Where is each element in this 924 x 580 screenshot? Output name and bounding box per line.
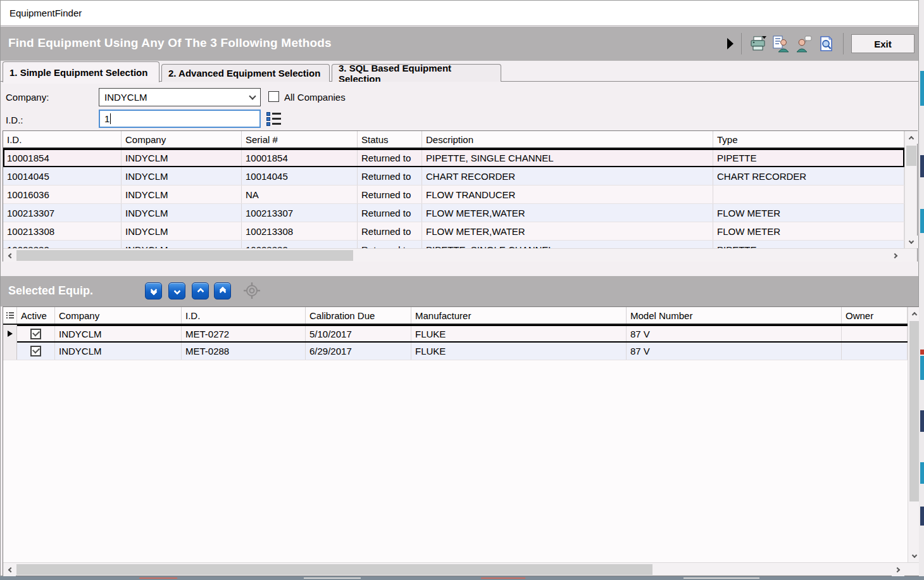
scroll-thumb[interactable]: [16, 564, 652, 575]
id-input[interactable]: 1: [99, 110, 261, 128]
move-all-down-button[interactable]: [145, 282, 162, 299]
cell: FLOW TRANDUCER: [422, 186, 713, 203]
equipment-results-grid: I.D.CompanySerial #StatusDescriptionType…: [3, 130, 918, 262]
cell: NA: [242, 186, 358, 203]
table-row[interactable]: 100213308INDYCLM100213308Returned toFLOW…: [3, 222, 904, 241]
current-row-arrow-icon: [8, 331, 13, 337]
company-select[interactable]: INDYCLM: [99, 88, 261, 106]
chevron-down-icon: [249, 92, 256, 99]
id-label: I.D.:: [6, 115, 23, 125]
grid-properties-icon: [6, 312, 14, 319]
column-header[interactable]: Company: [122, 131, 242, 148]
cell: FLOW METER: [713, 222, 904, 240]
active-checkbox[interactable]: [30, 346, 41, 356]
print-button[interactable]: [749, 34, 768, 54]
cell: INDYCLM: [122, 149, 242, 167]
selected-grid-rows: INDYCLMMET-02725/10/2017FLUKE87 VINDYCLM…: [3, 325, 908, 564]
cell: PIPETTE: [713, 149, 904, 167]
cell: Returned to: [358, 241, 422, 248]
selected-equip-title: Selected Equip.: [8, 284, 93, 298]
table-row[interactable]: 10016036INDYCLMNAReturned toFLOW TRANDUC…: [3, 186, 904, 204]
cell: 10028883: [3, 241, 122, 248]
column-header[interactable]: Description: [422, 131, 713, 148]
cell: Returned to: [358, 149, 422, 167]
table-row[interactable]: 10028883INDYCLM10028883Returned toPIPETT…: [3, 241, 904, 248]
scroll-thumb[interactable]: [16, 250, 353, 261]
column-header[interactable]: Type: [713, 131, 904, 148]
scroll-right-button[interactable]: [889, 249, 902, 262]
column-header[interactable]: Owner: [842, 307, 908, 324]
column-header[interactable]: Status: [358, 131, 422, 148]
exit-button[interactable]: Exit: [851, 34, 915, 53]
move-all-up-button[interactable]: [214, 282, 231, 299]
cell: 87 V: [627, 343, 842, 360]
table-row[interactable]: INDYCLMMET-02725/10/2017FLUKE87 V: [3, 325, 908, 343]
toolbar-separator: [741, 33, 742, 54]
cell: INDYCLM: [122, 204, 242, 222]
id-list-icon[interactable]: [266, 112, 282, 126]
company-select-value: INDYCLM: [104, 92, 250, 103]
cell: PIPETTE, SINGLE CHANNEL: [422, 241, 713, 248]
toolbar: Exit: [725, 31, 915, 56]
cell: FLOW METER,WATER: [422, 204, 713, 222]
cell: Returned to: [358, 186, 422, 203]
selected-vertical-scrollbar[interactable]: [908, 307, 920, 562]
cell: 10001854: [3, 149, 122, 167]
table-row[interactable]: 10014045INDYCLM10014045Returned toCHART …: [3, 167, 904, 186]
locate-target-icon[interactable]: [243, 282, 261, 299]
cell: [713, 186, 904, 203]
page-title: Find Equipment Using Any Of The 3 Follow…: [8, 36, 332, 50]
all-companies-checkbox[interactable]: [268, 91, 279, 102]
tab-simple-equipment-selection[interactable]: 1. Simple Equipment Selection: [3, 61, 159, 82]
cell: 5/10/2017: [306, 325, 411, 343]
play-icon[interactable]: [727, 38, 734, 49]
table-row[interactable]: 10001854INDYCLM10001854Returned toPIPETT…: [3, 149, 904, 167]
cell: INDYCLM: [122, 222, 242, 240]
scroll-up-button[interactable]: [905, 131, 918, 144]
scroll-thumb[interactable]: [909, 321, 920, 501]
column-header[interactable]: Calibration Due: [306, 307, 411, 324]
table-row[interactable]: INDYCLMMET-02886/29/2017FLUKE87 V: [3, 343, 908, 360]
selected-horizontal-scrollbar[interactable]: [3, 562, 919, 576]
column-header[interactable]: Active: [17, 307, 55, 324]
cell: PIPETTE, SINGLE CHANNEL: [422, 149, 713, 167]
move-down-button[interactable]: [168, 282, 185, 299]
equipment-report-button[interactable]: [771, 34, 790, 54]
scroll-right-button[interactable]: [892, 563, 904, 576]
column-header[interactable]: Manufacturer: [411, 307, 627, 324]
background-window-bottom-edge: [0, 576, 924, 580]
active-checkbox[interactable]: [30, 329, 41, 339]
cell-active: [17, 325, 55, 343]
column-header[interactable]: Serial #: [242, 131, 358, 148]
tab-strip: 1. Simple Equipment Selection 2. Advance…: [1, 61, 918, 82]
column-header[interactable]: Model Number: [627, 307, 842, 324]
cell: 10014045: [3, 167, 122, 185]
scroll-down-button[interactable]: [905, 236, 918, 248]
cell: FLOW METER: [713, 204, 904, 222]
search-form: Company: INDYCLM All Companies I.D.: 1: [1, 82, 918, 130]
cell: 100213307: [242, 204, 358, 222]
column-header[interactable]: I.D.: [3, 131, 122, 148]
preview-document-button[interactable]: [817, 34, 836, 54]
cell-active: [17, 343, 55, 360]
cell: 10028883: [242, 241, 358, 248]
column-header[interactable]: Company: [55, 307, 182, 324]
scroll-thumb[interactable]: [906, 146, 916, 166]
selected-equipment-grid: ActiveCompanyI.D.Calibration DueManufact…: [3, 306, 920, 576]
results-vertical-scrollbar[interactable]: [904, 131, 917, 248]
cell: INDYCLM: [55, 325, 182, 343]
table-row[interactable]: 100213307INDYCLM100213307Returned toFLOW…: [3, 204, 904, 222]
title-bar: EquipmentFinder: [1, 1, 918, 26]
scroll-left-button[interactable]: [3, 563, 16, 576]
column-header[interactable]: I.D.: [182, 307, 306, 324]
cell: 10001854: [242, 149, 358, 167]
results-horizontal-scrollbar[interactable]: [3, 248, 917, 262]
user-note-button[interactable]: [794, 34, 813, 54]
cell: FLUKE: [411, 343, 627, 360]
tab-sql-equipment-selection[interactable]: 3. SQL Based Equipment Selection: [332, 64, 501, 82]
row-indicator: [3, 325, 17, 343]
scroll-left-button[interactable]: [3, 249, 16, 262]
person-note-icon: [795, 35, 813, 53]
tab-advanced-equipment-selection[interactable]: 2. Advanced Equipment Selection: [161, 64, 330, 82]
move-up-button[interactable]: [192, 282, 209, 299]
